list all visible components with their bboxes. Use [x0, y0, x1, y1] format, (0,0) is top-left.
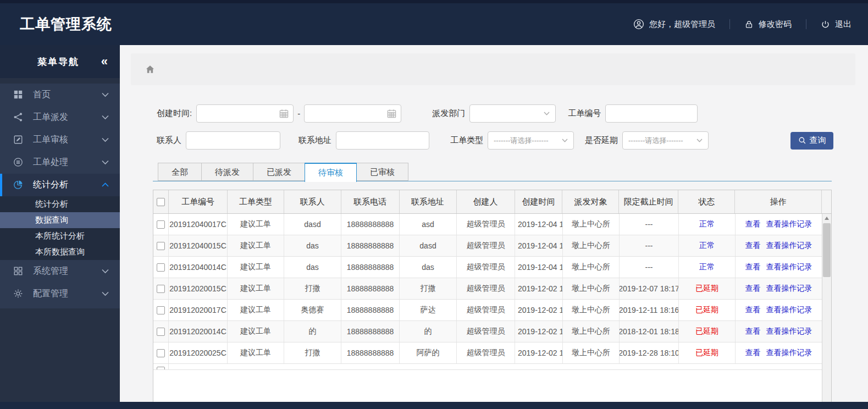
- cell-created: 2019-12-02 16: [515, 321, 563, 342]
- tab-4[interactable]: 已审核: [356, 163, 408, 181]
- filter-row-1: 创建时间: - 派发部门 工单编号: [157, 104, 868, 123]
- tab-3[interactable]: 待审核: [305, 163, 357, 182]
- row-checkbox[interactable]: [157, 285, 165, 293]
- chevron-down-icon: [102, 115, 109, 120]
- cell-order-no: 201912020014C: [169, 321, 228, 342]
- scrollbar-thumb[interactable]: [823, 223, 831, 277]
- column-header: 联系人: [284, 190, 341, 213]
- cell-phone: 18888888888: [341, 235, 400, 256]
- cell-type: 建议工单: [228, 214, 284, 235]
- view-link[interactable]: 查看: [745, 284, 761, 294]
- submenu-item[interactable]: 统计分析: [0, 196, 120, 212]
- header-actions: 您好，超级管理员 修改密码 退出: [633, 19, 852, 30]
- sidebar-item-config[interactable]: 配置管理: [0, 283, 120, 305]
- app-header: 工单管理系统 您好，超级管理员 修改密码 退出: [0, 0, 868, 45]
- contact-input[interactable]: [186, 131, 280, 150]
- row-checkbox[interactable]: [157, 306, 165, 314]
- collapse-sidebar-icon[interactable]: «: [101, 56, 108, 68]
- submenu-item[interactable]: 本所数据查询: [0, 244, 120, 260]
- delay-label: 是否延期: [585, 135, 618, 146]
- cell-status: 正常: [679, 257, 736, 278]
- cell-type: 建议工单: [228, 342, 284, 363]
- power-icon: [821, 20, 830, 29]
- order-type-select[interactable]: -------请选择-------: [488, 131, 574, 150]
- order-no-input[interactable]: [605, 104, 698, 123]
- cell-deadline: 2019-12-28 18:10: [620, 342, 679, 363]
- cell-created: 2019-12-04 15: [515, 214, 563, 235]
- divider: [806, 19, 806, 29]
- user-greeting[interactable]: 您好，超级管理员: [633, 19, 715, 30]
- lock-icon: [744, 20, 754, 29]
- footer-bar: [0, 402, 868, 409]
- view-link[interactable]: 查看: [745, 262, 761, 272]
- row-checkbox[interactable]: [157, 367, 165, 370]
- sidebar-item-statistics[interactable]: 统计分析: [0, 174, 120, 196]
- view-operation-log-link[interactable]: 查看操作记录: [766, 327, 812, 336]
- submenu-item[interactable]: 本所统计分析: [0, 228, 120, 244]
- view-operation-log-link[interactable]: 查看操作记录: [766, 284, 812, 294]
- date-start-input[interactable]: [196, 104, 294, 123]
- row-checkbox[interactable]: [157, 220, 165, 229]
- cell-creator: 超级管理员: [457, 278, 515, 299]
- address-input[interactable]: [336, 131, 429, 150]
- view-operation-log-link[interactable]: 查看操作记录: [766, 305, 812, 315]
- sidebar-item-home[interactable]: 首页: [0, 84, 120, 106]
- order-type-label: 工单类型: [450, 135, 483, 146]
- scroll-up-icon[interactable]: [822, 214, 831, 223]
- sidebar-item-system[interactable]: 系统管理: [0, 260, 120, 283]
- sidebar-item-process[interactable]: 工单处理: [0, 151, 120, 174]
- tab-0[interactable]: 全部: [158, 163, 202, 181]
- row-checkbox[interactable]: [157, 263, 165, 272]
- cell-contact: 奥德赛: [284, 300, 341, 320]
- table-scrollbar[interactable]: [822, 214, 831, 409]
- row-checkbox[interactable]: [157, 242, 165, 250]
- change-password-button[interactable]: 修改密码: [744, 19, 792, 30]
- cell-type: 建议工单: [228, 235, 284, 256]
- cell-contact: 打撒: [284, 342, 341, 363]
- table-row-partial: [153, 364, 831, 370]
- tab-2[interactable]: 已派发: [253, 163, 305, 181]
- cell-status: 已延期: [679, 278, 736, 299]
- sidebar-item-dispatch[interactable]: 工单派发: [0, 106, 120, 129]
- view-operation-log-link[interactable]: 查看操作记录: [766, 348, 812, 358]
- submenu-item[interactable]: 数据查询: [0, 212, 120, 228]
- chevron-down-icon: [544, 112, 550, 115]
- column-header: 状态: [678, 190, 735, 213]
- chevron-down-icon: [696, 139, 703, 142]
- home-icon[interactable]: [145, 64, 156, 75]
- view-link[interactable]: 查看: [745, 305, 761, 315]
- view-operation-log-link[interactable]: 查看操作记录: [766, 219, 812, 229]
- row-checkbox[interactable]: [157, 328, 165, 336]
- delay-select[interactable]: -------请选择-------: [622, 131, 709, 150]
- view-operation-log-link[interactable]: 查看操作记录: [766, 262, 812, 272]
- cell-created: 2019-12-02 16: [515, 278, 563, 299]
- view-link[interactable]: 查看: [745, 327, 761, 336]
- tabs-underline: [153, 181, 832, 181]
- cell-status: 已延期: [679, 321, 736, 342]
- dispatch-dept-select[interactable]: [469, 104, 556, 123]
- column-header: 限定截止时间: [619, 190, 678, 213]
- calendar-icon[interactable]: [279, 108, 289, 121]
- view-link[interactable]: 查看: [745, 241, 761, 251]
- cell-target: 墩上中心所: [563, 278, 620, 299]
- view-link[interactable]: 查看: [745, 348, 761, 358]
- tab-1[interactable]: 待派发: [201, 163, 253, 181]
- logout-button[interactable]: 退出: [821, 19, 852, 30]
- cell-actions: 查看查看操作记录: [736, 278, 822, 299]
- view-operation-log-link[interactable]: 查看操作记录: [766, 241, 812, 251]
- search-icon: [798, 136, 806, 145]
- view-link[interactable]: 查看: [745, 219, 761, 229]
- cell-deadline: ---: [620, 257, 679, 278]
- row-checkbox[interactable]: [157, 349, 165, 357]
- create-time-label: 创建时间:: [157, 108, 192, 119]
- cell-actions: 查看查看操作记录: [736, 342, 822, 363]
- sidebar-menu: 首页 工单派发 工单审核 工: [0, 84, 120, 308]
- calendar-icon[interactable]: [386, 108, 397, 121]
- sidebar-item-review[interactable]: 工单审核: [0, 129, 120, 151]
- cell-created: 2019-12-02 17: [515, 342, 563, 363]
- column-header: 派发对象: [562, 190, 619, 213]
- cell-address: 阿萨的: [400, 342, 457, 363]
- select-all-checkbox[interactable]: [157, 198, 165, 206]
- date-end-input[interactable]: [304, 104, 401, 123]
- search-button[interactable]: 查询: [790, 132, 833, 150]
